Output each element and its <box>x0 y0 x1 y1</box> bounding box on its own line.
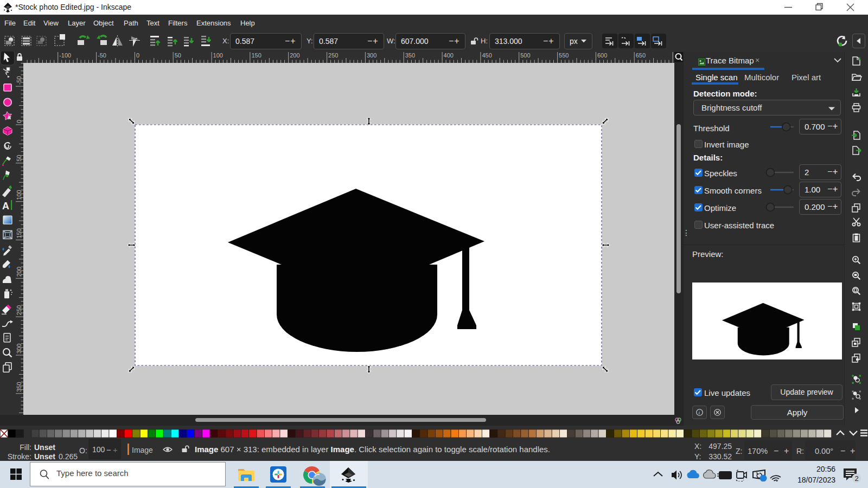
svg-text:250: 250 <box>328 52 338 59</box>
svg-text:0: 0 <box>136 52 139 59</box>
svg-text:350: 350 <box>16 382 22 391</box>
svg-text:650: 650 <box>636 52 646 59</box>
svg-text:50: 50 <box>16 155 22 162</box>
svg-text:-100: -100 <box>59 52 71 59</box>
svg-text:150: 150 <box>16 228 22 238</box>
svg-text:200: 200 <box>290 52 299 59</box>
svg-text:2: 2 <box>855 474 859 483</box>
svg-text:i: i <box>699 410 700 415</box>
svg-text:A: A <box>2 201 9 211</box>
svg-text:0: 0 <box>16 120 22 123</box>
svg-text:600: 600 <box>597 52 607 59</box>
svg-text:100: 100 <box>213 52 223 59</box>
svg-text:250: 250 <box>16 305 22 315</box>
svg-text:550: 550 <box>559 52 569 59</box>
svg-text:400: 400 <box>444 52 454 59</box>
svg-text:150: 150 <box>251 52 261 59</box>
svg-text:100: 100 <box>16 190 22 200</box>
svg-text:200: 200 <box>16 267 22 277</box>
svg-text:300: 300 <box>16 344 22 354</box>
svg-text:300: 300 <box>367 52 376 59</box>
svg-text:50: 50 <box>175 52 181 59</box>
svg-text:350: 350 <box>405 52 415 59</box>
svg-text:-50: -50 <box>98 52 106 59</box>
svg-text:-50: -50 <box>16 76 22 85</box>
svg-text:450: 450 <box>482 52 492 59</box>
svg-text:500: 500 <box>520 52 530 59</box>
